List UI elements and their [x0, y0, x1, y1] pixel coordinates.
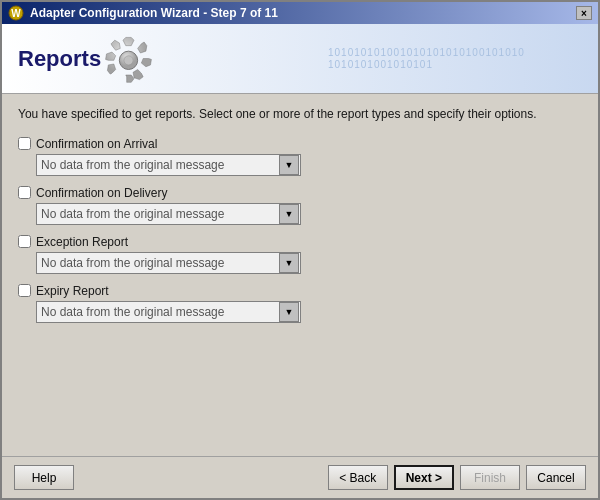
close-button[interactable]: × — [576, 6, 592, 20]
checkbox-label-0: Confirmation on Arrival — [36, 137, 157, 151]
report-item-1: Confirmation on Delivery No data from th… — [18, 186, 582, 225]
wizard-icon: W — [8, 5, 24, 21]
dropdown-wrapper-0: No data from the original message Includ… — [36, 154, 301, 176]
checkbox-confirmation-delivery[interactable] — [18, 186, 31, 199]
checkbox-row-1: Confirmation on Delivery — [18, 186, 582, 200]
dropdown-exception-report[interactable]: No data from the original message Includ… — [36, 252, 301, 274]
svg-point-3 — [124, 56, 133, 65]
report-item-2: Exception Report No data from the origin… — [18, 235, 582, 274]
dropdown-confirmation-arrival[interactable]: No data from the original message Includ… — [36, 154, 301, 176]
dropdown-wrapper-3: No data from the original message Includ… — [36, 301, 301, 323]
dropdown-wrapper-1: No data from the original message Includ… — [36, 203, 301, 225]
dropdown-expiry-report[interactable]: No data from the original message Includ… — [36, 301, 301, 323]
checkbox-label-1: Confirmation on Delivery — [36, 186, 167, 200]
dropdown-confirmation-delivery[interactable]: No data from the original message Includ… — [36, 203, 301, 225]
dropdown-row-2: No data from the original message Includ… — [36, 252, 582, 274]
checkbox-exception-report[interactable] — [18, 235, 31, 248]
banner-bg-text: 1010101010010101010101001010101010101001… — [328, 24, 528, 94]
banner: Reports 10101010100101010101010010101010… — [2, 24, 598, 94]
checkbox-label-2: Exception Report — [36, 235, 128, 249]
report-item-0: Confirmation on Arrival No data from the… — [18, 137, 582, 176]
content-area: You have specified to get reports. Selec… — [2, 94, 598, 456]
next-button[interactable]: Next > — [394, 465, 454, 490]
cancel-button[interactable]: Cancel — [526, 465, 586, 490]
finish-button[interactable]: Finish — [460, 465, 520, 490]
dropdown-wrapper-2: No data from the original message Includ… — [36, 252, 301, 274]
checkbox-row-0: Confirmation on Arrival — [18, 137, 582, 151]
dropdown-row-1: No data from the original message Includ… — [36, 203, 582, 225]
help-button[interactable]: Help — [14, 465, 74, 490]
window-title: Adapter Configuration Wizard - Step 7 of… — [30, 6, 278, 20]
checkbox-label-3: Expiry Report — [36, 284, 109, 298]
report-item-3: Expiry Report No data from the original … — [18, 284, 582, 323]
footer-left: Help — [14, 465, 74, 490]
checkbox-confirmation-arrival[interactable] — [18, 137, 31, 150]
title-bar-left: W Adapter Configuration Wizard - Step 7 … — [8, 5, 278, 21]
footer-right: < Back Next > Finish Cancel — [328, 465, 586, 490]
dropdown-row-0: No data from the original message Includ… — [36, 154, 582, 176]
dropdown-row-3: No data from the original message Includ… — [36, 301, 582, 323]
svg-text:W: W — [11, 8, 21, 19]
gear-icon — [101, 31, 156, 86]
footer: Help < Back Next > Finish Cancel — [2, 456, 598, 498]
checkbox-expiry-report[interactable] — [18, 284, 31, 297]
back-button[interactable]: < Back — [328, 465, 388, 490]
checkbox-row-2: Exception Report — [18, 235, 582, 249]
page-title: Reports — [18, 46, 101, 72]
title-bar: W Adapter Configuration Wizard - Step 7 … — [2, 2, 598, 24]
description-text: You have specified to get reports. Selec… — [18, 106, 582, 123]
main-window: W Adapter Configuration Wizard - Step 7 … — [0, 0, 600, 500]
checkbox-row-3: Expiry Report — [18, 284, 582, 298]
